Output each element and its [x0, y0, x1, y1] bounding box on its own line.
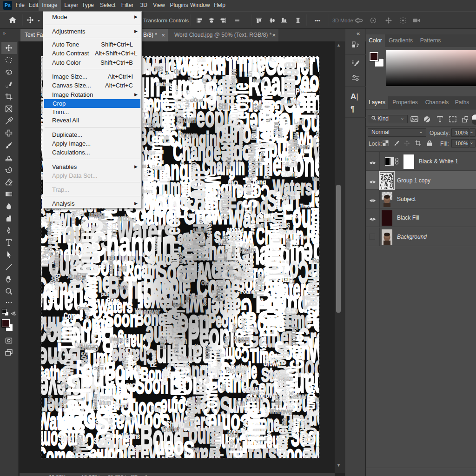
svg-text:Roam: Roam: [263, 164, 271, 179]
svg-text:Soon: Soon: [283, 194, 295, 201]
svg-text:Gather: Gather: [156, 80, 171, 88]
svg-text:Time: Time: [290, 83, 319, 121]
svg-text:Bone: Bone: [48, 356, 60, 363]
svg-text:Time: Time: [236, 408, 271, 453]
svg-text:Grown: Grown: [77, 306, 89, 311]
svg-text:Come: Come: [281, 387, 291, 403]
svg-text:Gather: Gather: [185, 66, 200, 72]
svg-text:Come: Come: [64, 311, 79, 320]
svg-text:Time: Time: [142, 170, 150, 181]
svg-text:Roam: Roam: [233, 334, 250, 345]
svg-text:Roam: Roam: [53, 274, 61, 290]
svg-text:Come: Come: [90, 446, 124, 458]
svg-text:Soon: Soon: [155, 436, 194, 458]
svg-text:Pen: Pen: [41, 247, 50, 258]
svg-text:Come: Come: [256, 86, 276, 119]
svg-text:Widens: Widens: [268, 370, 289, 381]
svg-text:Soon: Soon: [265, 355, 279, 363]
svg-text:Still: Still: [221, 384, 226, 391]
svg-text:Still: Still: [197, 56, 205, 63]
svg-text:Kin: Kin: [244, 210, 253, 220]
svg-text:Soon: Soon: [243, 384, 258, 395]
svg-text:Old: Old: [228, 179, 238, 188]
svg-text:Gather: Gather: [274, 424, 291, 457]
svg-text:Still: Still: [218, 102, 228, 111]
svg-text:Roam: Roam: [241, 318, 247, 331]
svg-text:Widens: Widens: [259, 337, 268, 355]
svg-text:Better: Better: [162, 425, 180, 434]
svg-text:Changin: Changin: [252, 243, 290, 325]
svg-text:Slat: Slat: [75, 209, 85, 218]
svg-text:Grown: Grown: [280, 99, 286, 111]
svg-text:Come: Come: [218, 188, 232, 197]
svg-text:People: People: [273, 192, 281, 209]
svg-text:Kin: Kin: [235, 398, 245, 407]
svg-text:Soon: Soon: [171, 75, 218, 110]
svg-text:Old: Old: [147, 122, 156, 131]
svg-text:Wherever: Wherever: [270, 408, 293, 416]
svg-text:Old: Old: [45, 328, 51, 335]
svg-text:Waters: Waters: [316, 56, 319, 77]
svg-text:Pen: Pen: [151, 405, 161, 413]
svg-text:Old: Old: [293, 124, 299, 130]
svg-text:Slat: Slat: [154, 65, 163, 73]
svg-text:Found: Found: [101, 292, 115, 298]
svg-text:Found: Found: [115, 401, 129, 409]
svg-text:People: People: [46, 221, 53, 235]
svg-text:Kin: Kin: [254, 161, 262, 168]
svg-text:Still: Still: [47, 395, 53, 402]
svg-text:Better: Better: [304, 58, 310, 69]
svg-text:Old: Old: [271, 56, 279, 62]
svg-text:Old: Old: [174, 68, 181, 75]
svg-text:Roam: Roam: [152, 164, 165, 171]
svg-text:Start: Start: [228, 440, 236, 451]
svg-text:Found: Found: [117, 268, 122, 280]
svg-text:Found: Found: [207, 425, 226, 456]
svg-text:Waters: Waters: [292, 233, 299, 248]
svg-text:Chang: Chang: [77, 219, 108, 274]
svg-text:Gather: Gather: [53, 250, 62, 268]
svg-text:Atum: Atum: [292, 133, 300, 146]
svg-text:Kin: Kin: [247, 71, 253, 77]
svg-text:Start: Start: [195, 396, 201, 405]
svg-text:People: People: [290, 214, 304, 219]
svg-text:Grown: Grown: [79, 342, 99, 353]
svg-text:Still: Still: [112, 341, 118, 349]
svg-text:Widens: Widens: [120, 415, 135, 422]
svg-text:Gather: Gather: [253, 78, 265, 84]
svg-text:Start: Start: [273, 129, 283, 136]
svg-text:Waters: Waters: [312, 175, 319, 182]
svg-text:Time: Time: [300, 203, 310, 208]
svg-text:Still: Still: [264, 216, 271, 223]
svg-text:Slat: Slat: [82, 280, 88, 288]
svg-text:Atum: Atum: [290, 153, 298, 168]
svg-text:Come: Come: [200, 383, 221, 417]
svg-text:Atum: Atum: [206, 365, 221, 376]
svg-text:Roam: Roam: [312, 257, 319, 264]
svg-text:Gather: Gather: [144, 149, 156, 155]
svg-text:People: People: [237, 185, 252, 193]
svg-text:Still: Still: [274, 396, 282, 405]
svg-text:Chang: Chang: [250, 220, 257, 235]
svg-text:Change: Change: [305, 269, 319, 307]
svg-text:Widens: Widens: [230, 69, 238, 89]
svg-text:Still: Still: [134, 446, 142, 454]
svg-text:Bone: Bone: [180, 377, 191, 384]
svg-text:Gather: Gather: [258, 141, 276, 149]
svg-text:Skope: Skope: [233, 377, 247, 383]
svg-text:Found: Found: [289, 327, 299, 345]
svg-text:Roam: Roam: [299, 426, 308, 443]
svg-text:Gather: Gather: [289, 392, 307, 400]
svg-text:Skope: Skope: [238, 97, 252, 103]
svg-text:Gather: Gather: [231, 362, 250, 373]
svg-text:Chang: Chang: [82, 364, 139, 397]
svg-text:Roam: Roam: [316, 130, 319, 139]
svg-text:Found: Found: [260, 151, 266, 162]
svg-text:Grown: Grown: [245, 395, 263, 403]
svg-text:Widens: Widens: [122, 432, 140, 441]
svg-text:Chang: Chang: [281, 169, 298, 178]
